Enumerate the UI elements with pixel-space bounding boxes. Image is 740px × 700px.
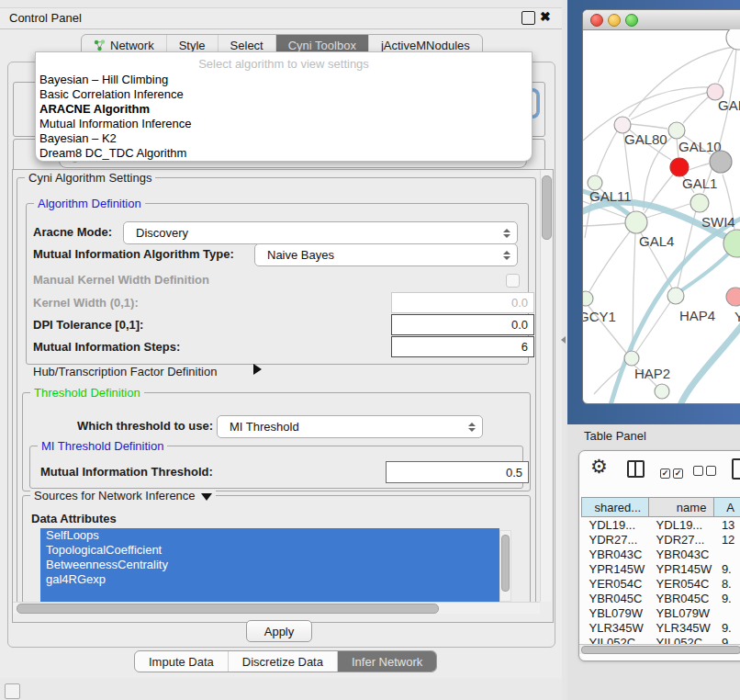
network-edge <box>644 137 672 210</box>
tab-discretize-data[interactable]: Discretize Data <box>229 651 338 672</box>
table-row[interactable]: YDL19...YDL19...13 <box>582 517 740 533</box>
algorithm-definition-title: Algorithm Definition <box>34 197 145 210</box>
float-window-icon[interactable] <box>521 11 535 25</box>
which-threshold-label: Which threshold to use: <box>77 419 213 433</box>
table-row[interactable]: YLR345WYLR345W9. <box>582 620 740 635</box>
network-edge-highlighted <box>680 324 740 403</box>
table-row[interactable]: YPR145WYPR145W9. <box>582 561 740 576</box>
network-node-gal1[interactable] <box>670 158 689 176</box>
mi-algorithm-type-combobox[interactable]: Naive Bayes <box>254 243 518 266</box>
attributes-list-scrollbar[interactable] <box>499 530 511 602</box>
control-panel-window: Control Panel ✖ NetworkStyleSelectCyni T… <box>0 7 562 678</box>
table-row[interactable]: YBR045CYBR045C9. <box>582 591 740 605</box>
table-body: YDL19...YDL19...13YDR27...YDR27...12YBR0… <box>582 517 740 650</box>
combo-spinner-icon <box>503 229 510 238</box>
network-window-titlebar[interactable] <box>583 10 740 30</box>
tab-impute-data[interactable]: Impute Data <box>135 651 229 672</box>
algorithm-dropdown-popup: Select algorithm to view settings Bayesi… <box>35 51 533 162</box>
column-header-shared[interactable]: shared... <box>582 498 649 517</box>
cyni-algorithm-settings-title: Cyni Algorithm Settings <box>25 171 155 185</box>
network-node-hap2[interactable] <box>624 351 639 366</box>
data-attributes-list: SelfLoopsTopologicalCoefficientBetweenne… <box>40 528 499 602</box>
network-edge <box>633 232 635 350</box>
network-node[interactable] <box>655 384 669 399</box>
attribute-item-betweennesscentrality[interactable]: BetweennessCentrality <box>40 558 499 572</box>
expand-right-icon[interactable] <box>253 364 262 375</box>
table-row[interactable]: YBR043CYBR043C <box>582 547 740 561</box>
network-node-gal4[interactable] <box>625 211 647 233</box>
manual-kernel-label: Manual Kernel Width Definition <box>33 273 209 287</box>
collapsed-panel-icon[interactable] <box>5 683 20 699</box>
network-node[interactable] <box>726 29 740 50</box>
column-header-a[interactable]: A <box>714 498 740 517</box>
apply-button[interactable]: Apply <box>246 620 312 642</box>
algorithm-option-mutual-information-inference[interactable]: Mutual Information Inference <box>36 117 532 131</box>
gear-icon[interactable]: ⚙ <box>590 457 608 476</box>
which-threshold-combobox[interactable]: MI Threshold <box>217 415 483 438</box>
hub-definition-label[interactable]: Hub/Transcription Factor Definition <box>33 365 217 378</box>
settings-horizontal-scrollbar[interactable] <box>13 602 540 614</box>
network-node-gcy1[interactable] <box>583 291 593 306</box>
node-label-y: Y <box>734 309 740 324</box>
attribute-item-gal4rgexp[interactable]: gal4RGexp <box>40 572 499 587</box>
column-header-name[interactable]: name <box>649 498 714 517</box>
network-desktop: GALGAL80GAL10GAL1GAL11SWI4GAL4GCY1HAP4YH… <box>567 0 740 424</box>
dpi-tolerance-label: DPI Tolerance [0,1]: <box>33 318 143 332</box>
network-edge <box>597 130 618 175</box>
threshold-definition-title: Threshold Definition <box>30 386 144 400</box>
network-edge <box>631 124 667 129</box>
table-row[interactable]: YDR27...YDR27...12 <box>582 532 740 547</box>
manual-kernel-checkbox[interactable] <box>506 274 520 288</box>
aracne-mode-label: Aracne Mode: <box>33 225 112 239</box>
control-panel-titlebar[interactable]: Control Panel ✖ <box>0 8 562 28</box>
network-node[interactable] <box>710 151 732 173</box>
node-label-swi4: SWI4 <box>701 214 735 230</box>
mi-threshold-label: Mutual Information Threshold: <box>40 465 213 479</box>
page-icon[interactable] <box>732 458 740 480</box>
close-icon[interactable]: ✖ <box>540 9 551 24</box>
table-panel-window: ⚙ ✓✓ shared...nameA YDL19...YDL19...13YD… <box>578 450 740 661</box>
network-node[interactable] <box>690 194 709 212</box>
node-label-gal1: GAL1 <box>682 175 717 191</box>
mi-steps-label: Mutual Information Steps: <box>33 340 180 354</box>
attribute-item-topologicalcoefficient[interactable]: TopologicalCoefficient <box>40 543 499 558</box>
network-canvas[interactable]: GALGAL80GAL10GAL1GAL11SWI4GAL4GCY1HAP4YH… <box>583 29 740 403</box>
mi-steps-field[interactable]: 6 <box>391 336 534 357</box>
algorithm-option-bayesian-hill-climbing[interactable]: Bayesian – Hill Climbing <box>36 73 532 87</box>
tab-infer-network[interactable]: Infer Network <box>338 651 436 672</box>
titlebar-divider <box>0 28 562 29</box>
table-row[interactable]: YER054CYER054C8. <box>582 576 740 591</box>
attribute-item-selfloops[interactable]: SelfLoops <box>40 528 499 543</box>
network-edge <box>631 91 715 119</box>
deselect-all-checkboxes-icon[interactable] <box>693 465 719 479</box>
minimize-traffic-light-icon[interactable] <box>608 14 621 27</box>
kernel-width-field[interactable]: 0.0 <box>391 292 534 313</box>
aracne-mode-combobox[interactable]: Discovery <box>123 221 518 244</box>
network-icon <box>94 40 106 51</box>
settings-vertical-scrollbar[interactable] <box>540 170 552 602</box>
split-columns-icon[interactable] <box>627 460 645 478</box>
zoom-traffic-light-icon[interactable] <box>625 14 638 27</box>
network-edge <box>583 223 625 226</box>
splitter-collapse-icon[interactable] <box>561 336 566 344</box>
network-edge <box>589 231 631 293</box>
close-traffic-light-icon[interactable] <box>590 14 603 27</box>
kernel-width-label: Kernel Width (0,1): <box>33 296 139 310</box>
algorithm-popup-placeholder: Select algorithm to view settings <box>36 52 532 73</box>
select-all-checkboxes-icon[interactable]: ✓✓ <box>660 465 686 479</box>
network-node-hap4[interactable] <box>667 288 684 304</box>
mi-threshold-field[interactable]: 0.5 <box>386 461 529 483</box>
algorithm-option-bayesian-k2[interactable]: Bayesian – K2 <box>36 131 532 146</box>
collapse-down-icon[interactable] <box>201 493 212 501</box>
table-row[interactable]: YBL079WYBL079W <box>582 605 740 620</box>
screenshot-root: Control Panel ✖ NetworkStyleSelectCyni T… <box>0 0 740 700</box>
table-horizontal-scrollbar[interactable] <box>579 644 740 654</box>
algorithm-option-basic-correlation-inference[interactable]: Basic Correlation Inference <box>36 87 532 102</box>
network-view-window[interactable]: GALGAL80GAL10GAL1GAL11SWI4GAL4GCY1HAP4YH… <box>582 9 740 404</box>
algorithm-option-dream8-dc-tdc-algorithm[interactable]: Dream8 DC_TDC Algorithm <box>36 146 532 161</box>
network-node-gal10[interactable] <box>668 122 685 139</box>
network-node-y[interactable] <box>726 288 740 306</box>
algorithm-option-aracne-algorithm[interactable]: ARACNE Algorithm <box>36 102 532 117</box>
sources-group-title: Sources for Network Inference <box>30 489 216 502</box>
dpi-tolerance-field[interactable]: 0.0 <box>391 314 534 335</box>
